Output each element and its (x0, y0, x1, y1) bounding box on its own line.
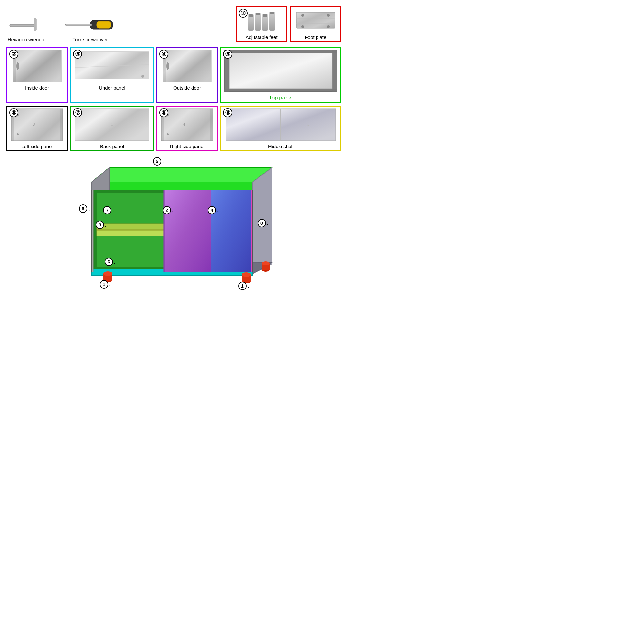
part-number-6: ⑥ (9, 108, 18, 117)
parts-row-3: ⑥ 3 (6, 106, 341, 151)
torx-screwdriver-label: Torx screwdriver (72, 37, 108, 42)
svg-rect-13 (13, 50, 61, 82)
svg-text:1: 1 (307, 122, 309, 127)
hexagon-wrench-label: Hexagon wrench (8, 37, 44, 42)
parts-row-2: ② Inside door (6, 47, 341, 103)
num-2: 2 (163, 206, 171, 214)
svg-rect-25 (332, 50, 337, 92)
part-label-9: Middle shelf (221, 142, 340, 150)
svg-point-18 (141, 75, 144, 78)
hexagon-wrench-icon (6, 15, 45, 35)
svg-rect-0 (10, 24, 35, 27)
svg-point-11 (301, 25, 304, 28)
part-adjustable-feet: ① Adjustable feet (236, 6, 287, 42)
svg-rect-71 (163, 190, 165, 272)
svg-rect-54 (97, 230, 164, 236)
svg-rect-1 (34, 18, 36, 31)
part-label-5: Top panel (221, 93, 340, 102)
top-panel-image (221, 48, 340, 93)
part-label-4: Outside door (157, 84, 217, 92)
diagram-label-4: 4 . (208, 206, 218, 214)
tools-row: Hexagon wrench Torx screwdriver ① (6, 6, 341, 42)
torx-screwdriver-icon (64, 15, 116, 35)
svg-marker-46 (92, 182, 253, 190)
diagram-label-1-right: 1 . (238, 282, 249, 290)
diagram-label-5: 5 . (153, 157, 164, 166)
num-1-left: 1 (100, 280, 108, 289)
part-number-7: ⑦ (73, 108, 82, 117)
svg-point-32 (17, 133, 19, 135)
svg-rect-38 (210, 109, 213, 141)
num-5: 5 (153, 157, 161, 166)
part-number-5: ⑤ (223, 50, 232, 59)
svg-rect-28 (11, 109, 63, 141)
svg-point-70 (262, 261, 270, 265)
svg-text:4: 4 (183, 122, 185, 127)
svg-rect-36 (161, 109, 213, 141)
part-top-panel: ⑤ (220, 47, 341, 103)
part-number-8: ⑧ (159, 108, 168, 117)
diagram-label-1-left: 1 . (100, 280, 110, 289)
svg-point-21 (166, 62, 169, 70)
part-back-panel: ⑦ 1 Back panel (70, 106, 154, 151)
num-6: 6 (79, 204, 87, 213)
diagram-label-3: 3 . (105, 258, 115, 266)
svg-point-12 (327, 25, 330, 28)
cabinet-diagram: 5 . 6 . 7 . 2 . 4 . (6, 155, 341, 290)
part-number-2: ② (9, 50, 18, 59)
adjustable-feet-image (245, 7, 278, 33)
part-number-4: ④ (159, 50, 168, 59)
part-label-6: Left side panel (7, 142, 67, 150)
part-number-3: ③ (73, 50, 82, 59)
num-4: 4 (208, 206, 216, 214)
small-parts-row: ① Adjustable feet (236, 6, 341, 42)
part-left-side: ⑥ 3 (6, 106, 68, 151)
num-9: 9 (96, 221, 104, 229)
svg-point-15 (16, 62, 19, 70)
svg-rect-4 (66, 24, 92, 26)
page: Hexagon wrench Torx screwdriver ① (0, 0, 348, 296)
under-panel-image (71, 48, 153, 84)
svg-point-9 (301, 14, 304, 17)
part-number-9: ⑨ (223, 108, 232, 117)
middle-shelf-image: 1 (221, 107, 340, 142)
part-inside-door: ② Inside door (6, 47, 68, 103)
svg-rect-3 (97, 21, 111, 28)
foot-plate-image (292, 7, 339, 33)
part-label-1: Adjustable feet (237, 33, 286, 41)
num-7: 7 (103, 206, 111, 214)
diagram-label-9: 9 . (96, 221, 106, 229)
diagram-label-2: 2 . (163, 206, 173, 214)
back-panel-image: 1 (71, 107, 153, 142)
part-under-panel: ③ Under panel (70, 47, 154, 103)
diagram-label-7: 7 . (103, 206, 114, 214)
part-foot-plate: Foot plate (290, 6, 341, 42)
svg-point-10 (327, 14, 330, 17)
svg-rect-27 (224, 89, 337, 92)
svg-rect-57 (164, 190, 211, 272)
svg-rect-59 (211, 190, 253, 272)
part-middle-shelf: ⑨ 1 Middle (220, 106, 341, 151)
tool-hexagon-wrench: Hexagon wrench (6, 15, 45, 42)
svg-marker-5 (64, 24, 66, 26)
svg-rect-30 (60, 109, 63, 141)
svg-rect-53 (97, 224, 164, 230)
part-right-side: ⑧ 4 (156, 106, 218, 151)
part-outside-door: ④ Outside door (156, 47, 218, 103)
part-number-1: ① (239, 9, 248, 18)
svg-text:3: 3 (33, 122, 35, 127)
diagram-label-6: 6 . (79, 204, 90, 213)
tool-torx-screwdriver: Torx screwdriver (64, 15, 116, 42)
num-8: 8 (258, 219, 266, 227)
svg-point-67 (242, 272, 251, 277)
svg-rect-19 (163, 50, 211, 82)
svg-rect-23 (229, 53, 332, 89)
svg-rect-26 (224, 50, 337, 53)
svg-marker-47 (92, 167, 272, 182)
diagram-label-8: 8 . (258, 219, 268, 227)
num-1-right: 1 (238, 282, 247, 290)
num-3: 3 (105, 258, 113, 266)
cabinet-container: 5 . 6 . 7 . 2 . 4 . (53, 155, 295, 290)
svg-point-40 (167, 133, 169, 135)
part-label-3: Under panel (71, 84, 153, 92)
